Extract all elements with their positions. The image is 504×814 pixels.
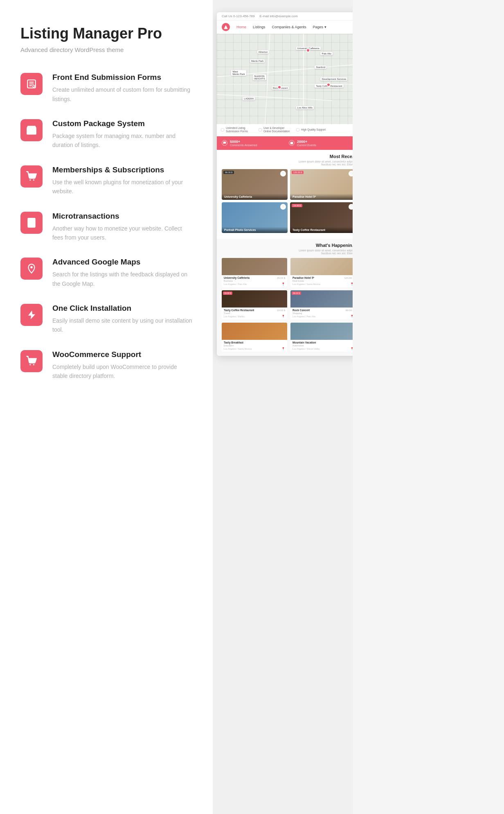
- one-click-text: One Click Installation Easily install de…: [52, 304, 192, 335]
- wh-loc-icon-4: 📍: [281, 347, 285, 350]
- feat-support: High Quality Support: [296, 127, 326, 133]
- front-end-forms-desc: Create unlimited amount of custom form f…: [52, 85, 192, 104]
- microtransactions-desc: Another way how to monetize your website…: [52, 224, 192, 242]
- feat-check-2: [259, 128, 262, 131]
- email-text: E-mail info@example.com: [260, 14, 298, 18]
- wh-grid: University Caffeteria 29.00 $ Business L…: [222, 258, 353, 352]
- feature-item-one-click: One Click Installation Easily install de…: [20, 304, 192, 335]
- nav-listings[interactable]: Listings: [253, 25, 266, 29]
- wh-imgbg-1: [290, 258, 353, 275]
- google-maps-icon: [20, 258, 43, 280]
- map-label-stanford: Stanford: [315, 66, 326, 69]
- wh-loc-0: Los Angeles / Palo Alto 📍: [224, 283, 285, 286]
- custom-package-desc: Package system for managing max. number …: [52, 131, 192, 150]
- wh-loc-2: Los Angeles / Malibu 📍: [224, 315, 285, 318]
- google-maps-desc: Search for the listings with the feedbac…: [52, 270, 192, 288]
- feature-item-front-end-forms: Front End Submission Forms Create unlimi…: [20, 73, 192, 104]
- wh-loc-icon-1: 📍: [350, 283, 353, 286]
- card-overlay-1: Paradise Hotel 5*: [290, 194, 353, 200]
- wh-item-2[interactable]: 19.00 $ Tasty Coffee Restaurant 19.00 $ …: [222, 290, 287, 319]
- wh-info-1: Paradise Hotel 5* 123.00 $ Real Estate L…: [290, 275, 353, 287]
- map-label-ladera: LADERA: [243, 97, 255, 100]
- wh-loc-text-2: Los Angeles / Malibu: [224, 315, 245, 318]
- nav-home[interactable]: Home: [236, 25, 246, 29]
- wh-loc-5: Los Angeles / Silicon Valley 📍: [292, 347, 353, 350]
- right-panel: Call Us 0-123-456-789 E-mail info@exampl…: [213, 0, 353, 814]
- wh-price-0: 29.00 $: [277, 277, 285, 279]
- card-badge-3: 19.00 $: [292, 204, 302, 207]
- map-pin-tasty: [326, 83, 331, 87]
- wh-loc-text-1: Los Angeles / Santa Monica: [292, 283, 320, 285]
- map-label-atherton: Atherton: [257, 50, 269, 54]
- card-heart-3[interactable]: ♡: [349, 204, 353, 210]
- feat-text-1: Unlimited Listing Submission Forms: [226, 127, 254, 133]
- feat-text-3: High Quality Support: [301, 128, 326, 131]
- wh-desc: Lorem ipsum dolor sit amet, consectetur …: [222, 249, 353, 255]
- wh-info-0: University Caffeteria 29.00 $ Business L…: [222, 275, 287, 287]
- stat-events: 2000+ Current Events: [289, 140, 353, 147]
- stat-number-events: 2000+: [297, 140, 316, 144]
- most-recent-title: Most Rece...: [222, 154, 353, 159]
- nav-companies[interactable]: Companies & Agents: [272, 25, 306, 29]
- card-heart-0[interactable]: ♡: [280, 171, 286, 176]
- wh-cat-3: Shopping: [292, 312, 353, 314]
- feat-check-1: [221, 128, 224, 131]
- wh-item-3[interactable]: 89.00 $ Rock Concert 89.00 $ Shopping Lo…: [290, 290, 353, 319]
- memberships-title: Memberships & Subscriptions: [52, 165, 192, 174]
- wh-imgbg-4: [222, 323, 287, 340]
- feature-item-memberships: Memberships & Subscriptions Use the well…: [20, 165, 192, 196]
- stat-number-comments: 5000+: [230, 140, 257, 144]
- svg-point-10: [33, 179, 34, 181]
- map-label-westmenlo: WestMenlo Park: [231, 70, 246, 76]
- map-section: Atherton Menlo Park WestMenlo Park SHARO…: [217, 34, 353, 124]
- card-3[interactable]: 19.00 $ ♡ Tasty Coffee Restaurant: [290, 202, 353, 233]
- svg-rect-11: [28, 218, 35, 227]
- woocommerce-title: WooCommerce Support: [52, 350, 192, 359]
- card-heart-1[interactable]: ♡: [349, 171, 353, 176]
- card-0[interactable]: 99.00 $ ♡ University Caffeteria: [222, 169, 288, 200]
- front-end-forms-icon: [20, 73, 43, 95]
- stat-label-events: Current Events: [297, 144, 316, 147]
- wh-item-0[interactable]: University Caffeteria 29.00 $ Business L…: [222, 258, 287, 287]
- wh-imgbg-5: [290, 323, 353, 340]
- svg-rect-8: [30, 131, 34, 134]
- browser-mockup: Call Us 0-123-456-789 E-mail info@exampl…: [217, 12, 353, 356]
- wh-img-1: [290, 258, 353, 275]
- stats-bar: 5000+ Comments Answered 2000+ Current Ev…: [217, 136, 353, 150]
- map-label-sharon: SHARONHEIGHTS: [253, 75, 266, 80]
- wh-info-4: Tasty Breakfast Education Los Angeles / …: [222, 340, 287, 352]
- card-heart-2[interactable]: ♡: [280, 204, 286, 210]
- google-maps-text: Advanced Google Maps Search for the list…: [52, 258, 192, 288]
- wh-cat-4: Education: [224, 344, 285, 347]
- card-name-2: Portrait Photo Services: [224, 228, 285, 231]
- wh-name-4: Tasty Breakfast: [224, 341, 243, 344]
- wh-img-2: 19.00 $: [222, 290, 287, 308]
- stat-icon-comments: [222, 140, 227, 146]
- card-1[interactable]: 125.00 $ ♡ Paradise Hotel 5*: [290, 169, 353, 200]
- wh-item-1[interactable]: Paradise Hotel 5* 123.00 $ Real Estate L…: [290, 258, 353, 287]
- woocommerce-icon: [20, 350, 43, 372]
- mock-topbar: Call Us 0-123-456-789 E-mail info@exampl…: [217, 12, 353, 20]
- card-name-0: University Caffeteria: [224, 195, 285, 198]
- site-logo: [222, 23, 230, 31]
- mock-navbar: Home Listings Companies & Agents Pages ▾: [217, 20, 353, 34]
- feature-item-woocommerce: WooCommerce Support Completely build upo…: [20, 350, 192, 381]
- left-panel: Listing Manager Pro Advanced directory W…: [0, 0, 213, 814]
- woocommerce-text: WooCommerce Support Completely build upo…: [52, 350, 192, 381]
- nav-pages[interactable]: Pages ▾: [313, 25, 326, 29]
- wh-item-5[interactable]: Mountain Vacation Automotive Los Angeles…: [290, 323, 353, 352]
- card-badge-1: 125.00 $: [292, 171, 304, 174]
- wh-price-1: 123.00 $: [344, 277, 353, 279]
- whats-happening-section: What's Happenin... Lorem ipsum dolor sit…: [217, 239, 353, 356]
- card-2[interactable]: ♡ Portrait Photo Services: [222, 202, 288, 233]
- wh-name-1: Paradise Hotel 5*: [292, 276, 314, 279]
- microtransactions-text: Microtransactions Another way how to mon…: [52, 212, 192, 242]
- wh-info-5: Mountain Vacation Automotive Los Angeles…: [290, 340, 353, 352]
- wh-item-4[interactable]: Tasty Breakfast Education Los Angeles / …: [222, 323, 287, 352]
- wh-img-0: [222, 258, 287, 275]
- wh-loc-text-3: Los Angeles / Palo Alto: [292, 315, 315, 318]
- wh-info-2: Tasty Coffee Restaurant 19.00 $ Travel L…: [222, 308, 287, 319]
- memberships-icon: [20, 165, 43, 188]
- feature-item-google-maps: Advanced Google Maps Search for the list…: [20, 258, 192, 288]
- card-overlay-0: University Caffeteria: [222, 194, 288, 200]
